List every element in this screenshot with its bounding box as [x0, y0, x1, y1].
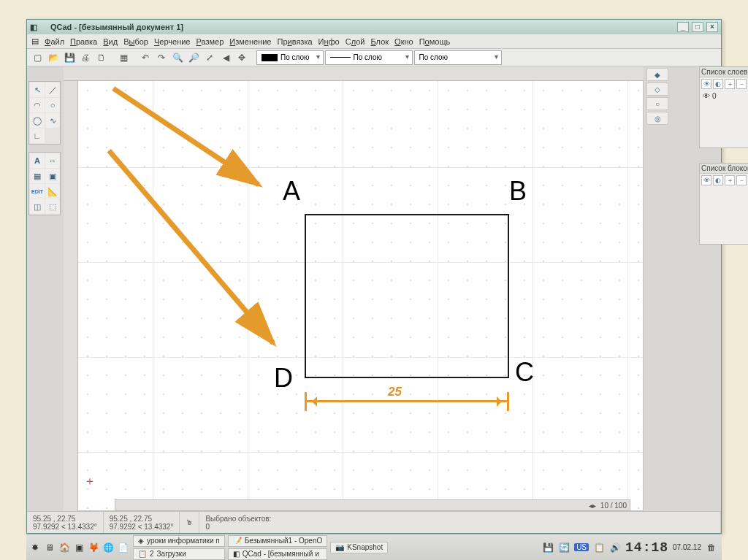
- firefox-icon[interactable]: 🦊: [88, 542, 99, 553]
- tool-spline-icon[interactable]: ∿: [45, 113, 60, 128]
- status-coords-rel: 95.25 , 22.75 97.9292 < 13.4332°: [104, 512, 180, 533]
- grid-icon[interactable]: ▦: [116, 50, 131, 65]
- tool-measure-icon[interactable]: 📐: [45, 184, 60, 199]
- menu-info[interactable]: Инфо: [318, 37, 340, 46]
- tool-select-icon[interactable]: ⬚: [45, 199, 60, 214]
- combo-color-label: По слою: [280, 53, 310, 61]
- undo-icon[interactable]: ↶: [138, 50, 153, 65]
- window-title: QCad - [безымянный документ 1]: [50, 23, 183, 31]
- layer-row[interactable]: 👁 0: [700, 91, 748, 101]
- tool-circle-icon[interactable]: ○: [45, 98, 60, 112]
- redo-icon[interactable]: ↷: [154, 50, 169, 65]
- side-tool-2-icon[interactable]: ◇: [646, 83, 668, 96]
- earth-icon[interactable]: 🌐: [102, 542, 114, 553]
- titlebar[interactable]: ◧ QCad - [безымянный документ 1] _ □ ×: [27, 20, 721, 34]
- tool-text-icon[interactable]: A: [30, 153, 45, 168]
- menu-edit[interactable]: Правка: [70, 37, 97, 46]
- layer-eye-icon[interactable]: 👁: [701, 79, 711, 89]
- menu-help[interactable]: Помощь: [419, 37, 451, 46]
- menu-layer[interactable]: Слой: [346, 37, 365, 46]
- maximize-button[interactable]: □: [692, 22, 703, 32]
- pan-icon[interactable]: ✥: [234, 50, 249, 65]
- tool-polyline-icon[interactable]: ∟: [30, 129, 45, 143]
- block-eye-icon[interactable]: 👁: [701, 175, 711, 185]
- task-qcad[interactable]: ◧ QCad - [безымянный и: [228, 548, 327, 560]
- zoom-fit-icon[interactable]: ⤢: [202, 50, 217, 65]
- statusbar: 95.25 , 22.75 97.9292 < 13.4332° 95.25 ,…: [27, 511, 721, 533]
- menu-modify[interactable]: Изменение: [229, 37, 271, 46]
- combo-linetype[interactable]: По слою: [325, 50, 413, 65]
- desktop-icon[interactable]: 🖥: [44, 542, 56, 553]
- block-add-icon[interactable]: ＋: [725, 175, 735, 185]
- minimize-button[interactable]: _: [677, 22, 689, 32]
- tool-block-annot: A ↔ ▦ ▣ EDIT 📐 ◫ ⬚: [28, 152, 61, 215]
- drawn-rectangle: [305, 214, 509, 378]
- scrollbar-horizontal[interactable]: ◂▸ 10 / 100: [115, 499, 630, 511]
- tray-disk-icon[interactable]: 💾: [542, 542, 554, 553]
- menu-snap[interactable]: Привязка: [277, 37, 312, 46]
- combo-lineweight[interactable]: По слою: [414, 50, 502, 65]
- save-icon[interactable]: 💾: [62, 50, 77, 65]
- layer-del-icon[interactable]: －: [736, 79, 747, 89]
- menu-select[interactable]: Выбор: [123, 37, 148, 46]
- task-lessons[interactable]: ◈ уроки информатики п: [133, 535, 225, 547]
- layer-visible-icon[interactable]: 👁: [703, 92, 710, 100]
- tool-line-icon[interactable]: ／: [45, 83, 60, 97]
- keyboard-layout-badge[interactable]: US: [574, 543, 589, 551]
- writer-icon[interactable]: 📄: [117, 542, 129, 553]
- print-icon[interactable]: 🖨: [78, 50, 93, 65]
- doc-icon: ▤: [31, 37, 39, 46]
- new-icon[interactable]: ▢: [30, 50, 45, 65]
- open-icon[interactable]: 📂: [46, 50, 61, 65]
- vertex-label-d: D: [274, 363, 293, 394]
- tool-ellipse-icon[interactable]: ◯: [30, 113, 45, 128]
- task-openoffice[interactable]: 📝 Безымянный1 - OpenO: [228, 535, 327, 547]
- tray-trash-icon[interactable]: 🗑: [706, 542, 717, 553]
- block-del-icon[interactable]: －: [736, 175, 747, 185]
- zoom-prev-icon[interactable]: ◀: [218, 50, 233, 65]
- menu-window[interactable]: Окно: [394, 37, 413, 46]
- menu-view[interactable]: Вид: [103, 37, 118, 46]
- close-button[interactable]: ×: [706, 22, 718, 32]
- drawing-canvas[interactable]: A B C D 25 ＋: [78, 81, 644, 511]
- tool-edit-icon[interactable]: EDIT: [30, 184, 45, 199]
- tool-image-icon[interactable]: ▣: [45, 169, 60, 183]
- menu-file[interactable]: ФФайлайл: [45, 37, 64, 46]
- vertex-label-b: B: [509, 176, 527, 207]
- canvas-area: A B C D 25 ＋ ◂▸ 10 / 100: [64, 66, 644, 511]
- task-count[interactable]: 📋 2 Загрузки: [133, 548, 225, 560]
- zoom-out-icon[interactable]: 🔎: [186, 50, 201, 65]
- tray-clock[interactable]: 14:18: [625, 540, 668, 555]
- left-tool-palettes: ↖ ／ ◠ ○ ◯ ∿ ∟ A ↔ ▦ ▣ EDIT 📐 ◫ ⬚: [28, 81, 61, 215]
- tool-pointer-icon[interactable]: ↖: [30, 83, 45, 97]
- tray-clipboard-icon[interactable]: 📋: [593, 542, 605, 553]
- layer-dim-icon[interactable]: ◐: [713, 79, 723, 89]
- combo-lineweight-label: По слою: [419, 53, 449, 61]
- menu-draw[interactable]: Черчение: [154, 37, 191, 46]
- dimension-value: 25: [383, 385, 406, 399]
- tool-hatch-icon[interactable]: ▦: [30, 169, 45, 183]
- tool-block-icon[interactable]: ◫: [30, 199, 45, 214]
- menu-block[interactable]: Блок: [371, 37, 389, 46]
- scroll-right-icon[interactable]: ▸: [592, 502, 596, 510]
- combo-color[interactable]: По слою: [256, 50, 324, 65]
- preview-icon[interactable]: 🗋: [94, 50, 109, 65]
- right-dock: ◆ ◇ ○ ◎ Список слоев × 👁 ◐ ＋ － ≡ 👁: [673, 66, 721, 511]
- layer-add-icon[interactable]: ＋: [725, 79, 735, 89]
- zoom-in-icon[interactable]: 🔍: [170, 50, 185, 65]
- tray-update-icon[interactable]: 🔄: [558, 542, 570, 553]
- side-tool-4-icon[interactable]: ◎: [646, 112, 668, 125]
- tool-arc-icon[interactable]: ◠: [30, 98, 45, 112]
- side-tool-1-icon[interactable]: ◆: [646, 68, 668, 81]
- home-icon[interactable]: 🏠: [58, 542, 70, 553]
- tray-sound-icon[interactable]: 🔊: [609, 542, 621, 553]
- konsole-icon[interactable]: ▣: [73, 542, 85, 553]
- tool-dimension-icon[interactable]: ↔: [45, 153, 60, 168]
- task-ksnapshot[interactable]: 📷 KSnapshot: [330, 542, 388, 553]
- side-tool-3-icon[interactable]: ○: [646, 97, 668, 110]
- toolbar-main: ▢ 📂 💾 🖨 🗋 ▦ ↶ ↷ 🔍 🔎 ⤢ ◀ ✥ По слою По сло…: [27, 49, 721, 66]
- menu-size[interactable]: Размер: [196, 37, 224, 46]
- block-dim-icon[interactable]: ◐: [713, 175, 723, 185]
- kmenu-icon[interactable]: ✹: [29, 542, 41, 553]
- workzone: ↖ ／ ◠ ○ ◯ ∿ ∟ A ↔ ▦ ▣ EDIT 📐 ◫ ⬚: [27, 66, 721, 511]
